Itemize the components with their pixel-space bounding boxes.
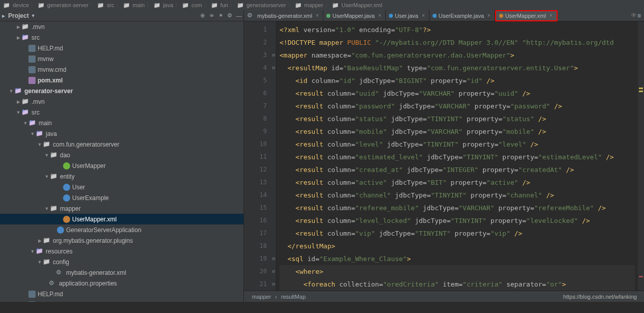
breadcrumb-top: device〉generator-server〉src〉main〉java〉co… — [0, 0, 644, 10]
tab-usermapper-xml[interactable]: UserMapper.xml× — [495, 10, 558, 21]
tree-generator-server[interactable]: ▼generator-server — [0, 86, 243, 96]
breadcrumb-seg[interactable]: generatorserver — [237, 2, 286, 8]
tree-config[interactable]: ▼config — [0, 257, 243, 267]
project-label: Project — [8, 12, 29, 19]
tree-mapper[interactable]: ▼mapper — [0, 203, 243, 214]
tree-dao[interactable]: ▼dao — [0, 150, 243, 160]
tree-main[interactable]: ▼main — [0, 118, 243, 128]
tab-list-icon[interactable]: ≡ — [637, 12, 641, 19]
crumb-resultmap[interactable]: resultMap — [277, 294, 310, 300]
tree-usermapper-xml[interactable]: UserMapper.xml — [0, 214, 243, 224]
breadcrumb-seg[interactable]: fun — [211, 2, 228, 8]
tree-java[interactable]: ▼java — [0, 128, 243, 139]
gutter[interactable]: 12⊟3⊟456789101112131415161718⊟19⊟20⊟21⊟2… — [244, 21, 277, 291]
close-icon[interactable]: × — [549, 13, 553, 18]
tree-resources[interactable]: ▼resources — [0, 246, 243, 257]
tree-pom-xml[interactable]: pom.xml — [0, 75, 243, 86]
tree--mvn[interactable]: ▶.mvn — [0, 96, 243, 107]
close-icon[interactable]: × — [422, 13, 425, 18]
settings-icon[interactable]: ⚙ — [225, 12, 234, 19]
inspections-icon[interactable]: 👁 — [631, 12, 637, 19]
tree-mvnw-cmd[interactable]: mvnw.cmd — [0, 64, 243, 75]
watermark: https://blog.csdn.net/wfanking — [563, 294, 637, 300]
editor-tabs: mybatis-generator.xml×UserMapper.java×Us… — [244, 10, 644, 21]
locate-icon[interactable]: ⊕ — [198, 12, 207, 19]
breadcrumb-seg[interactable]: mapper — [295, 2, 323, 8]
tree-org-mybatis-generator-plugins[interactable]: ▶org.mybatis.generator.plugins — [0, 235, 243, 246]
close-icon[interactable]: × — [316, 13, 319, 18]
tree-mvnw[interactable]: mvnw — [0, 299, 243, 302]
breadcrumb-seg[interactable]: UserMapper.xml — [332, 2, 382, 8]
error-stripe[interactable] — [638, 21, 644, 291]
tree-src[interactable]: ▶src — [0, 32, 243, 43]
breadcrumb-seg[interactable]: src — [97, 2, 114, 8]
crumb-mapper[interactable]: mapper — [248, 294, 275, 300]
editor-area: mybatis-generator.xml×UserMapper.java×Us… — [244, 10, 644, 302]
tab-userexample-java[interactable]: UserExample.java× — [430, 10, 495, 21]
breadcrumb-seg[interactable]: device — [3, 2, 29, 8]
hide-icon[interactable]: — — [234, 13, 243, 19]
close-icon[interactable]: × — [487, 13, 490, 18]
code-area[interactable]: <?xml version="1.0" encoding="UTF-8"?><!… — [277, 21, 638, 291]
tab-usermapper-java[interactable]: UserMapper.java× — [323, 10, 386, 21]
tree-userexample[interactable]: UserExample — [0, 192, 243, 203]
tree--mvn[interactable]: ▶.mvn — [0, 21, 243, 32]
project-header[interactable]: ▸ Project ▼ ⊕ ≑ ✶ ⚙ — — [0, 10, 243, 21]
tab-mybatis-generator-xml[interactable]: mybatis-generator.xml× — [244, 10, 323, 21]
tree-usermapper[interactable]: UserMapper — [0, 160, 243, 171]
tree-entity[interactable]: ▼entity — [0, 171, 243, 182]
breadcrumb-seg[interactable]: java — [154, 2, 173, 8]
project-panel: ▸ Project ▼ ⊕ ≑ ✶ ⚙ — ▶.mvn▶srcHELP.mdmv… — [0, 10, 244, 302]
close-icon[interactable]: × — [378, 13, 381, 18]
tree-src[interactable]: ▼src — [0, 107, 243, 118]
tree-help-md[interactable]: HELP.md — [0, 43, 243, 53]
tree-help-md[interactable]: HELP.md — [0, 289, 243, 299]
tab-user-java[interactable]: User.java× — [386, 10, 430, 21]
tree-com-fun-generatorserver[interactable]: ▼com.fun.generatorserver — [0, 139, 243, 150]
collapse-icon[interactable]: ✶ — [216, 12, 225, 19]
tree-application-properties[interactable]: application.properties — [0, 278, 243, 289]
tree-mvnw[interactable]: mvnw — [0, 53, 243, 64]
breadcrumb-seg[interactable]: com — [182, 2, 202, 8]
breadcrumb-bottom[interactable]: mapper › resultMap https://blog.csdn.net… — [244, 291, 644, 302]
tree-mybatis-generator-xml[interactable]: mybatis-generator.xml — [0, 267, 243, 278]
breadcrumb-seg[interactable]: main — [123, 2, 145, 8]
expand-icon[interactable]: ≑ — [207, 12, 216, 19]
tree-user[interactable]: User — [0, 182, 243, 192]
tree-generatorserverapplication[interactable]: GeneratorServerApplication — [0, 224, 243, 235]
breadcrumb-seg[interactable]: generator-server — [38, 2, 88, 8]
project-tree[interactable]: ▶.mvn▶srcHELP.mdmvnwmvnw.cmdpom.xml▼gene… — [0, 21, 243, 302]
